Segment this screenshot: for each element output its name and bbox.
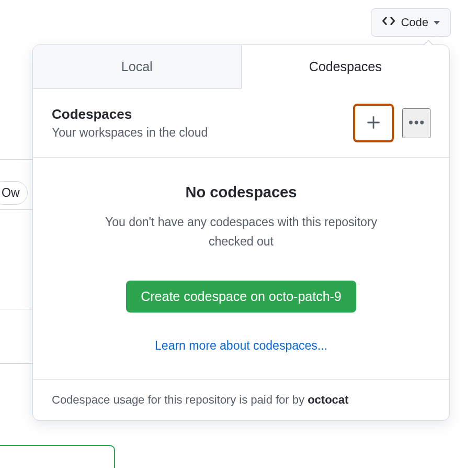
create-codespace-button[interactable]: Create codespace on octo-patch-9 [126,281,356,313]
tab-local-label: Local [121,59,153,74]
background-pill: Ow [0,181,28,205]
code-button[interactable]: Code [371,8,451,37]
background-divider [0,363,33,364]
learn-more-link[interactable]: Learn more about codespaces... [155,339,327,353]
code-icon [382,14,395,31]
tab-codespaces[interactable]: Codespaces [242,45,450,89]
codespaces-options-button[interactable] [402,108,430,138]
background-divider [0,159,33,160]
background-divider [0,209,33,210]
codespaces-title: Codespaces [52,106,208,122]
footer-payer: octocat [308,393,348,406]
svg-point-0 [409,120,413,124]
background-divider [0,309,33,309]
code-button-label: Code [401,16,428,29]
svg-point-1 [415,120,418,124]
tabs: Local Codespaces [33,45,449,89]
empty-state-description: You don't have any codespaces with this … [100,213,382,251]
footer: Codespace usage for this repository is p… [33,380,449,420]
popover-arrow [423,40,434,45]
codespaces-header: Codespaces Your workspaces in the cloud [33,89,449,158]
header-actions [353,104,430,142]
svg-point-2 [420,120,424,124]
codespaces-subtitle: Your workspaces in the cloud [52,126,208,140]
chevron-down-icon [434,21,440,25]
empty-state: No codespaces You don't have any codespa… [33,158,449,380]
tab-codespaces-label: Codespaces [309,59,382,74]
code-dropdown-popover: Local Codespaces Codespaces Your workspa… [32,44,450,421]
footer-text-prefix: Codespace usage for this repository is p… [52,393,308,406]
codespaces-header-text: Codespaces Your workspaces in the cloud [52,106,208,140]
background-green-outline [0,445,115,468]
create-codespace-plus-button[interactable] [353,104,394,142]
tab-local[interactable]: Local [33,45,242,88]
kebab-icon [407,114,425,133]
empty-state-title: No codespaces [52,184,430,201]
plus-icon [366,115,381,131]
